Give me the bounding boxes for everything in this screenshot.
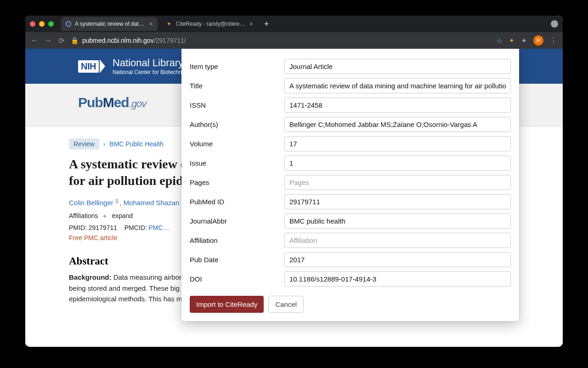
new-tab-button[interactable]: + [261, 19, 272, 29]
import-button[interactable]: Import to CiteReady [190, 296, 264, 313]
tab-label: CiteReady - randy@citeready.c… [176, 21, 246, 27]
browser-window: A systematic review of data mi… × ✦ Cite… [25, 16, 563, 347]
form-row: JournalAbbr [190, 213, 511, 229]
nih-logo[interactable]: NIH [78, 59, 105, 73]
review-badge: Review [69, 138, 99, 150]
form-row: Affiliation [190, 233, 511, 248]
profile-indicator-icon[interactable] [551, 20, 558, 28]
field-label: Author(s) [190, 121, 277, 128]
form-row: DOI [190, 271, 511, 287]
field-input[interactable] [284, 136, 511, 151]
forward-button[interactable]: → [45, 36, 52, 45]
browser-tab-active[interactable]: A systematic review of data mi… × [61, 17, 158, 31]
field-input[interactable] [284, 233, 511, 248]
menu-icon[interactable]: ⋮ [550, 36, 557, 45]
form-row: ISSN [190, 98, 511, 113]
form-row: Pages [190, 175, 511, 190]
pubmed-logo-part: Pub [78, 95, 103, 110]
field-label: Pages [190, 178, 277, 186]
close-tab-icon[interactable]: × [149, 20, 153, 28]
profile-avatar[interactable]: R [533, 35, 543, 46]
field-label: ISSN [190, 101, 277, 109]
field-input[interactable] [284, 59, 511, 74]
form-row: Issue [190, 155, 511, 171]
field-label: PubMed ID [190, 198, 277, 206]
form-row: Title [190, 78, 511, 93]
page-content: NIH National Library of Medicine Nationa… [25, 49, 563, 347]
abstract-lead: Background: [69, 273, 112, 281]
pmcid-label: PMCID: [124, 224, 147, 231]
expand-link[interactable]: expand [112, 212, 133, 219]
citeready-import-panel: Item typeTitleISSNAuthor(s)VolumeIssuePa… [181, 49, 519, 321]
tab-bar: A systematic review of data mi… × ✦ Cite… [25, 16, 563, 32]
field-input[interactable] [284, 213, 511, 229]
field-label: Issue [190, 159, 277, 167]
form-row: Pub Date [190, 252, 511, 267]
cancel-button[interactable]: Cancel [268, 296, 304, 313]
field-label: Volume [190, 140, 277, 148]
pmid-value: 29179711 [89, 224, 117, 231]
field-label: Affiliation [190, 236, 277, 244]
url-field[interactable]: 🔒 pubmed.ncbi.nlm.nih.gov/29179711/ [71, 37, 490, 44]
journal-link[interactable]: BMC Public Health [109, 140, 164, 148]
plus-icon[interactable]: ＋ [102, 212, 108, 219]
window-controls [30, 21, 54, 27]
nih-logo-text: NIH [78, 60, 99, 73]
field-input[interactable] [284, 271, 511, 287]
field-label: JournalAbbr [190, 217, 277, 225]
field-label: Item type [190, 63, 277, 70]
affiliations-label: Affiliations [69, 212, 98, 219]
form-row: Author(s) [190, 117, 511, 132]
field-input[interactable] [284, 117, 511, 132]
form-row: Item type [190, 59, 511, 74]
reload-button[interactable]: ⟳ [58, 36, 64, 45]
nih-arrow-icon [100, 59, 105, 73]
pubmed-logo-part: ed [114, 95, 129, 110]
browser-tab-inactive[interactable]: ✦ CiteReady - randy@citeready.c… × [161, 17, 258, 31]
field-label: DOI [190, 275, 277, 283]
pubmed-logo-part: .gov [129, 98, 147, 109]
pubmed-favicon-icon [66, 21, 71, 27]
author-sup: 1 [114, 199, 120, 204]
minimize-window-icon[interactable] [39, 21, 45, 27]
field-input[interactable] [284, 98, 511, 113]
field-label: Title [190, 82, 277, 90]
form-row: PubMed ID [190, 194, 511, 209]
tab-label: A systematic review of data mi… [75, 21, 146, 27]
chevron-right-icon: › [101, 140, 108, 148]
citeready-extension-icon[interactable]: ✦ [509, 37, 514, 44]
pmcid-link[interactable]: PMC… [149, 224, 170, 231]
form-row: Volume [190, 136, 511, 151]
url-path: /29179711/ [154, 37, 186, 44]
field-input[interactable] [284, 155, 511, 171]
field-input[interactable] [284, 252, 511, 267]
close-tab-icon[interactable]: × [249, 20, 253, 28]
close-window-icon[interactable] [30, 21, 35, 27]
citeready-favicon-icon: ✦ [166, 21, 172, 27]
url-host: pubmed.ncbi.nlm.nih.gov [82, 37, 154, 44]
pubmed-logo-part: M [103, 95, 114, 110]
back-button[interactable]: ← [31, 36, 38, 45]
field-label: Pub Date [190, 256, 277, 264]
bookmark-icon[interactable]: ☆ [496, 36, 503, 45]
address-bar: ← → ⟳ 🔒 pubmed.ncbi.nlm.nih.gov/29179711… [25, 32, 563, 49]
pmid-label: PMID: [69, 224, 87, 231]
author-link[interactable]: Colin Bellinger [69, 199, 113, 207]
field-input[interactable] [284, 194, 511, 209]
maximize-window-icon[interactable] [48, 21, 54, 27]
field-input[interactable] [284, 175, 511, 190]
extensions-icon[interactable]: ✦ [521, 36, 527, 45]
lock-icon: 🔒 [71, 37, 79, 44]
field-input[interactable] [284, 78, 511, 93]
